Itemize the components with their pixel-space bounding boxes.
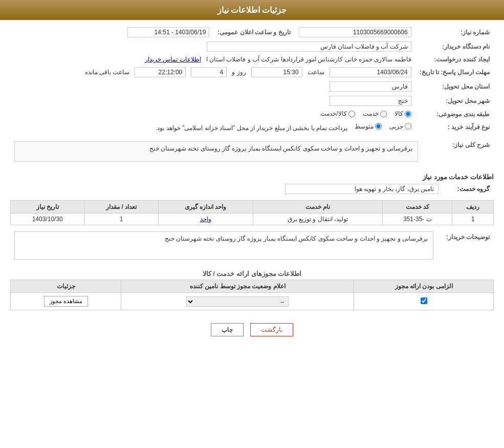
cell-need-date: 1403/10/30 [11,214,84,225]
category-both-label: کالا/خدمت [320,110,346,117]
reply-remaining-value: 22:12:00 [135,67,186,77]
reply-days-label: روز و [232,69,246,76]
category-radio-group: کالا خدمت کالا/خدمت [320,110,411,117]
city-label: شهر محل تحویل: [415,94,494,108]
purchase-motavasset-label: متوسط [355,123,374,130]
requester-label: ایجاد کننده درخواست: [415,54,494,65]
purchase-jozi-label: جزیی [389,123,403,130]
services-section-title: اطلاعات خدمات مورد نیاز [10,170,494,182]
status-select[interactable]: -- [186,296,289,307]
col-quantity: تعداد / مقدار [84,201,158,214]
buyer-desc-label: توضیحات خریدار: [437,229,494,262]
buyer-desc-value: برقرسانی و تجهیز و احداث و ساخت سکوی کان… [14,231,433,260]
reply-days-value: 4 [191,67,227,77]
city-value: خنج [330,96,411,106]
category-radio-both-input[interactable] [348,111,355,117]
bottom-buttons-area: بازگشت چاپ [10,315,494,347]
lic-col-required: الزامی بودن ارائه مجوز [354,280,494,293]
purchase-radio-motavasset-input[interactable] [375,123,382,130]
reply-deadline-label: مهلت ارسال پاسخ: تا تاریخ: [415,65,494,79]
buyer-org-label: نام دستگاه خریدار: [415,39,494,54]
col-need-date: تاریخ نیاز [11,201,84,214]
col-row-num: ردیف [452,201,494,214]
need-number-label: شماره نیاز: [415,25,494,39]
service-group-label: گروه خدمت: [443,182,494,196]
page-title: جزئیات اطلاعات نیاز [0,0,504,20]
col-service-name: نام خدمت [253,201,383,214]
view-license-button[interactable]: مشاهده مجوز [44,296,88,307]
purchase-radio-jozi-input[interactable] [405,123,411,130]
general-desc-label: شرح کلی نیاز: [422,137,494,166]
cell-unit-measure: واحد [158,214,253,225]
print-button[interactable]: چاپ [211,323,244,336]
category-radio-both[interactable]: کالا/خدمت [320,110,355,117]
general-desc-value: برقرسانی و تجهیز و احداث و ساخت سکوی کان… [14,141,418,162]
cell-service-name: تولید، انتقال و توزیع برق [253,214,383,225]
cell-service-code: ت -35-351 [383,214,452,225]
reply-time-value: 15:30 [251,67,302,77]
lic-status-cell: -- [121,293,354,310]
table-row: 1 ت -35-351 تولید، انتقال و توزیع برق وا… [11,214,494,225]
requester-contact-link[interactable]: اطلاعات تماس خریدار [145,56,201,63]
services-table: ردیف کد خدمت نام خدمت واحد اندازه گیری ت… [10,200,494,225]
reply-date-value: 1403/06/24 [330,67,411,77]
licenses-section-title: اطلاعات مجوزهای ارائه خدمت / کالا [10,266,494,280]
required-checkbox[interactable] [421,297,427,304]
purchase-radio-jozi[interactable]: جزیی [389,123,411,130]
need-number-value: 1103005669000606 [299,27,411,37]
cell-row-num: 1 [452,214,494,225]
province-value: فارس [330,81,411,92]
category-label: طبقه بندی موضوعی: [415,108,494,121]
service-group-value: تامین برق، گاز، بخار و تهویه هوا [285,184,439,194]
category-radio-kala[interactable]: کالا [395,110,411,117]
list-item: -- مشاهده مجوز [11,293,494,310]
lic-col-status: اعلام وضعیت مجوز توسط نامین کننده [121,280,354,293]
lic-details-cell: مشاهده مجوز [11,293,121,310]
announcement-datetime-value: 1403/06/19 - 14:51 [127,27,209,37]
purchase-radio-motavasset[interactable]: متوسط [355,123,382,130]
lic-required-cell [354,293,494,310]
cell-quantity: 1 [84,214,158,225]
purchase-type-radio-group: جزیی متوسط [355,123,411,130]
category-radio-khedmat[interactable]: خدمت [363,110,387,117]
back-button[interactable]: بازگشت [250,323,293,336]
reply-remaining-label: ساعت باقی مانده [85,69,130,76]
requester-name: فاطمه سالاری حمزه خانی کارشناس امور قرار… [206,56,411,63]
col-unit-measure: واحد اندازه گیری [158,201,253,214]
category-khedmat-label: خدمت [363,110,379,117]
category-kala-label: کالا [395,110,403,117]
purchase-type-label: نوع فرآیند خرید : [415,121,494,134]
purchase-note: پرداخت تمام یا بخشی از مبلغ خریدار از مح… [156,124,347,131]
reply-time-label: ساعت [308,69,324,76]
buyer-org-value: شرکت آب و فاضلاب استان فارس [207,41,411,52]
lic-col-details: جزئیات [11,280,121,293]
province-label: استان محل تحویل: [415,79,494,94]
col-service-code: کد خدمت [383,201,452,214]
announcement-datetime-label: تاریخ و ساعت اعلان عمومی: [213,25,294,39]
category-radio-kala-input[interactable] [405,111,411,117]
category-radio-khedmat-input[interactable] [380,111,387,117]
licenses-table: الزامی بودن ارائه مجوز اعلام وضعیت مجوز … [10,280,494,310]
